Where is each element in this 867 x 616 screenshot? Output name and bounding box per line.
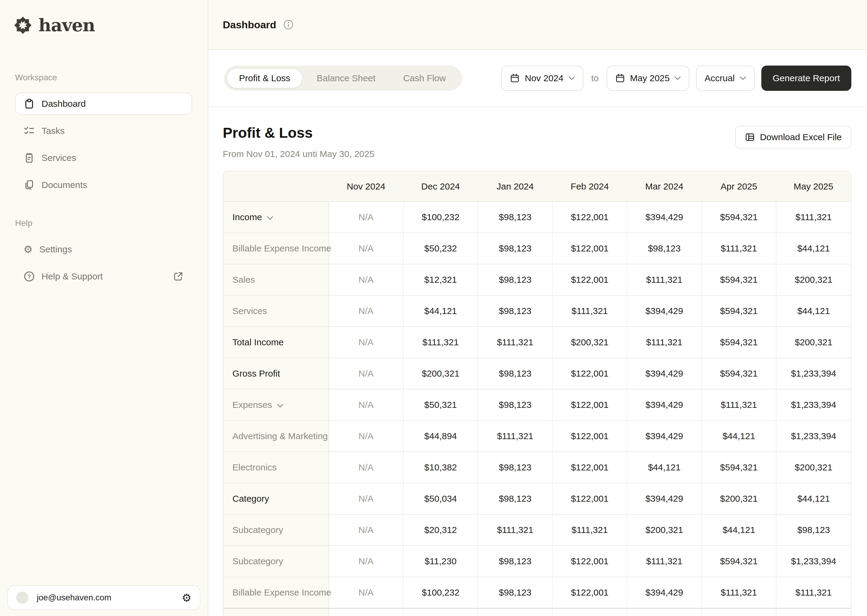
table-cell: N/A	[329, 264, 404, 295]
tab-balance-sheet[interactable]: Balance Sheet	[303, 68, 389, 88]
table-cell: N/A	[329, 327, 404, 358]
generate-report-button[interactable]: Generate Report	[761, 66, 851, 91]
table-cell: $44,121	[404, 295, 478, 327]
sidebar-item-dashboard[interactable]: Dashboard	[15, 93, 192, 115]
column-header: May 2025	[776, 171, 851, 201]
table-cell: $122,001	[552, 421, 627, 452]
table-cell: $50,321	[404, 389, 478, 421]
row-label: Category	[232, 493, 269, 503]
row-label-cell[interactable]: Income	[223, 201, 329, 233]
table-cell: $1,233,394	[776, 389, 851, 421]
report-title: Profit & Loss	[223, 124, 375, 142]
column-header: Dec 2024	[404, 171, 478, 201]
table-cell: N/A	[329, 545, 404, 577]
avatar	[16, 592, 28, 603]
gear-icon[interactable]: ⚙	[182, 592, 191, 604]
table-row: Subcategory N/A $20,312 $111,321 $111,32…	[223, 514, 851, 545]
table-cell: $122,001	[552, 358, 627, 389]
table-header-row: Nov 2024 Dec 2024 Jan 2024 Feb 2024 Mar …	[223, 171, 851, 201]
table-cell: $98,123	[478, 545, 552, 577]
table-cell: $200,321	[776, 264, 851, 295]
table-cell: N/A	[329, 295, 404, 327]
table-cell: $44,894	[404, 421, 478, 452]
table-cell: $98,123	[478, 389, 552, 421]
row-label: Total Income	[232, 337, 284, 347]
table-cell: $200,321	[702, 483, 776, 514]
sidebar-item-documents[interactable]: Documents	[15, 174, 192, 196]
report-toolbar: Profit & Loss Balance Sheet Cash Flow No…	[208, 50, 867, 107]
table-cell: $594,321	[702, 264, 776, 295]
date-to-picker[interactable]: May 2025	[607, 66, 690, 91]
table-cell: $111,321	[478, 514, 552, 545]
documents-icon	[24, 179, 35, 191]
row-label: Advertising & Marketing	[232, 431, 328, 441]
table-cell: $122,001	[552, 264, 627, 295]
tab-profit-loss[interactable]: Profit & Loss	[226, 68, 303, 88]
table-cell: $100,232	[404, 577, 478, 608]
tab-cash-flow[interactable]: Cash Flow	[389, 68, 460, 88]
report-head: Profit & Loss From Nov 01, 2024 unti May…	[223, 124, 851, 160]
table-cell: $122,001	[552, 233, 627, 264]
table-cell: $594,321	[702, 452, 776, 483]
report-content: Profit & Loss From Nov 01, 2024 unti May…	[208, 107, 867, 616]
table-cell: $44,121	[776, 483, 851, 514]
row-label-cell: Billable Expense Income	[223, 577, 329, 608]
table-row: Gross Profit N/A $200,321 $98,123 $122,0…	[223, 358, 851, 389]
table-cell: $594,321	[702, 358, 776, 389]
table-cell: $98,123	[478, 452, 552, 483]
table-row: Electronics N/A $10,382 $98,123 $122,001…	[223, 452, 851, 483]
report-type-tabs: Profit & Loss Balance Sheet Cash Flow	[224, 66, 462, 91]
table-cell: $111,321	[702, 577, 776, 608]
sidebar-item-label: Help & Support	[41, 271, 102, 281]
date-from-picker[interactable]: Nov 2024	[501, 66, 583, 91]
table-row: Billable Expense Income N/A $50,232 $98,…	[223, 233, 851, 264]
help-circle-icon: ?	[24, 271, 35, 282]
chevron-down-icon	[740, 76, 746, 80]
to-label: to	[591, 73, 599, 83]
user-card[interactable]: joe@usehaven.com ⚙	[7, 585, 200, 610]
table-cell: N/A	[329, 233, 404, 264]
download-excel-button[interactable]: Download Excel File	[735, 126, 851, 149]
table-cell: $394,429	[627, 358, 702, 389]
help-section-label: Help	[15, 217, 193, 229]
table-cell: $111,321	[627, 327, 702, 358]
table-cell: N/A	[329, 201, 404, 233]
row-label-cell[interactable]: Expenses	[223, 389, 329, 421]
chevron-down-icon	[674, 76, 681, 80]
table-cell: $111,321	[552, 295, 627, 327]
table-row: Subcategory N/A $11,230 $98,123 $122,001…	[223, 545, 851, 577]
sidebar-item-settings[interactable]: ⚙ Settings	[15, 238, 192, 261]
calendar-icon	[510, 73, 520, 83]
table-cell: $98,123	[478, 201, 552, 233]
table-cell: $98,123	[776, 514, 851, 545]
user-email: joe@usehaven.com	[37, 593, 173, 602]
info-circle-icon[interactable]	[283, 19, 294, 30]
table-cell: $394,429	[627, 483, 702, 514]
table-cell: $12,321	[404, 264, 478, 295]
table-cell: $20,312	[404, 514, 478, 545]
chevron-down-icon	[568, 76, 575, 80]
row-label-cell: Advertising & Marketing	[223, 421, 329, 452]
table-cell: $98,123	[478, 483, 552, 514]
download-excel-label: Download Excel File	[760, 132, 842, 142]
table-row: Total Income N/A $111,321 $111,321 $200,…	[223, 327, 851, 358]
sidebar-item-help-support[interactable]: ? Help & Support	[15, 265, 192, 288]
table-cell: $44,121	[627, 452, 702, 483]
accounting-basis-select[interactable]: Accrual	[696, 66, 754, 91]
checklist-icon	[24, 125, 35, 137]
chevron-down-icon[interactable]	[277, 404, 284, 408]
table-cell: $1,233,394	[776, 545, 851, 577]
table-cell: $122,001	[552, 452, 627, 483]
sidebar-item-tasks[interactable]: Tasks	[15, 120, 192, 142]
chevron-down-icon[interactable]	[267, 216, 273, 220]
row-label-cell: Sales	[223, 264, 329, 295]
column-header: Jan 2024	[478, 171, 552, 201]
sidebar-item-label: Dashboard	[41, 99, 86, 109]
table-cell: $122,001	[552, 201, 627, 233]
column-header: Apr 2025	[702, 171, 776, 201]
row-label: Income	[232, 212, 262, 222]
table-cell: $44,121	[776, 295, 851, 327]
table-cell: $200,321	[552, 327, 627, 358]
sidebar-item-services[interactable]: Services	[15, 147, 192, 169]
gear-icon: ⚙	[24, 244, 33, 255]
